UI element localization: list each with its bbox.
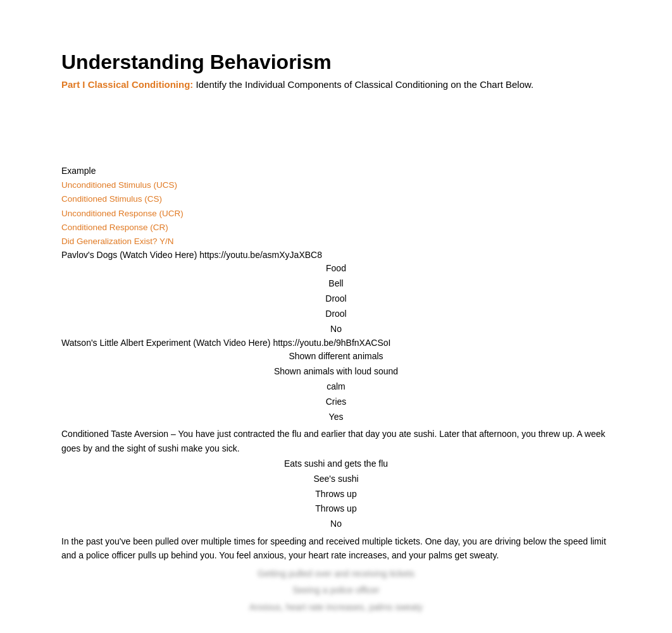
pavlov-cr: Drool [61, 307, 611, 322]
police-block: In the past you've been pulled over mult… [61, 534, 611, 616]
pavlov-generalization: No [61, 322, 611, 337]
pavlov-title: Pavlov's Dogs (Watch Video Here) https:/… [61, 250, 611, 260]
example-header: Example [61, 166, 611, 176]
subtitle-orange: Part I Classical Conditioning: [61, 79, 193, 90]
example-section: Example Unconditioned Stimulus (UCS) Con… [61, 166, 611, 249]
taste-aversion-text: Conditioned Taste Aversion – You have ju… [61, 427, 611, 455]
taste-ucs: Eats sushi and gets the flu [61, 457, 611, 472]
blurred-answers: Getting pulled over and receiving ticket… [61, 565, 611, 616]
label-generalization: Did Generalization Exist? Y/N [61, 235, 611, 249]
label-ucr: Unconditioned Response (UCR) [61, 207, 611, 221]
pavlov-cs: Bell [61, 276, 611, 292]
pavlov-ucr: Drool [61, 292, 611, 307]
police-text: In the past you've been pulled over mult… [61, 534, 611, 563]
blurred-line1: Getting pulled over and receiving ticket… [61, 565, 611, 582]
label-ucs: Unconditioned Stimulus (UCS) [61, 178, 611, 192]
watson-generalization: Yes [61, 410, 611, 425]
pavlov-block: Pavlov's Dogs (Watch Video Here) https:/… [61, 250, 611, 336]
page-title: Understanding Behaviorism [61, 51, 611, 74]
taste-cr: Throws up [61, 501, 611, 517]
watson-ucs: Shown different animals [61, 349, 611, 364]
blurred-line3: Anxious, heart rate increases, palms swe… [61, 599, 611, 616]
label-cs: Conditioned Stimulus (CS) [61, 192, 611, 206]
watson-cs: Shown animals with loud sound [61, 364, 611, 379]
taste-ucr: Throws up [61, 487, 611, 502]
label-cr: Conditioned Response (CR) [61, 221, 611, 235]
label-rows: Unconditioned Stimulus (UCS) Conditioned… [61, 178, 611, 249]
watson-title: Watson's Little Albert Experiment (Watch… [61, 338, 611, 348]
blurred-line2: Seeing a police officer [61, 582, 611, 599]
watson-cr: Cries [61, 395, 611, 410]
pavlov-ucs: Food [61, 261, 611, 276]
taste-cs: See's sushi [61, 472, 611, 487]
subtitle: Part I Classical Conditioning: Identify … [61, 79, 611, 90]
taste-aversion-block: Conditioned Taste Aversion – You have ju… [61, 427, 611, 532]
watson-block: Watson's Little Albert Experiment (Watch… [61, 338, 611, 424]
watson-ucr: calm [61, 379, 611, 395]
taste-generalization: No [61, 517, 611, 532]
subtitle-black: Identify the Individual Components of Cl… [196, 79, 534, 90]
